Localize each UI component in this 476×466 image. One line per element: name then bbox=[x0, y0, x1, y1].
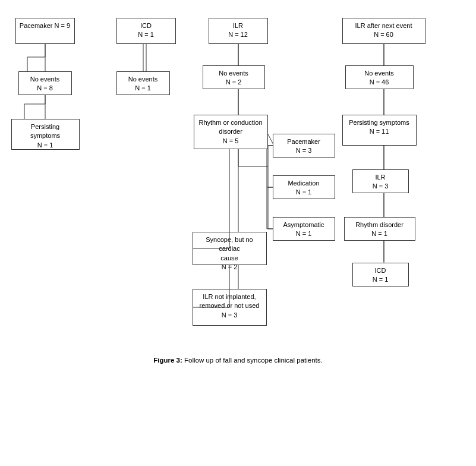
ilr-not-implanted-label: ILR not implanted,removed or not usedN =… bbox=[200, 293, 260, 319]
caption-label: Figure 3: bbox=[153, 357, 184, 364]
ilar-icd-box: ICDN = 1 bbox=[352, 263, 409, 286]
ilar-rhythm-box: Rhythm disorderN = 1 bbox=[344, 217, 415, 241]
ilr-no-events-label: No eventsN = 2 bbox=[219, 70, 248, 86]
ilar-rhythm-label: Rhythm disorderN = 1 bbox=[355, 221, 404, 237]
pacemaker-top-label: Pacemaker N = 9 bbox=[20, 22, 70, 29]
ilr-syncope-box: Syncope, but no cardiaccauseN = 2 bbox=[193, 232, 267, 265]
ilar-persist-label: Persisting symptomsN = 11 bbox=[349, 119, 409, 135]
ilr-no-events-box: No eventsN = 2 bbox=[203, 65, 265, 89]
ilar-ilr-box: ILRN = 3 bbox=[352, 169, 409, 193]
ilr-not-implanted-box: ILR not implanted,removed or not usedN =… bbox=[193, 289, 267, 326]
pm-no-events-box: No eventsN = 8 bbox=[18, 71, 72, 95]
icd-top-box: ICDN = 1 bbox=[116, 18, 176, 44]
ilr-after-box: ILR after next eventN = 60 bbox=[342, 18, 425, 44]
ilr-rhythm-label: Rhythm or conductiondisorderN = 5 bbox=[199, 119, 263, 144]
rhythm-asymptomatic-box: AsymptomaticN = 1 bbox=[273, 217, 335, 241]
ilr-top-box: ILRN = 12 bbox=[209, 18, 268, 44]
ilr-after-label: ILR after next eventN = 60 bbox=[355, 22, 412, 38]
ilar-icd-label: ICDN = 1 bbox=[373, 267, 389, 283]
rhythm-pacemaker-box: PacemakerN = 3 bbox=[273, 134, 335, 158]
pm-persist-label: Persisting symptomsN = 1 bbox=[30, 123, 60, 149]
ilar-no-events-box: No eventsN = 46 bbox=[345, 65, 414, 89]
ilar-no-events-label: No eventsN = 46 bbox=[364, 70, 394, 86]
figure-caption: Figure 3: Follow up of fall and syncope … bbox=[153, 357, 322, 364]
pm-no-events-label: No eventsN = 8 bbox=[30, 75, 60, 92]
icd-top-label: ICDN = 1 bbox=[138, 22, 154, 38]
ilr-top-label: ILRN = 12 bbox=[228, 22, 248, 38]
icd-no-events-box: No eventsN = 1 bbox=[116, 71, 170, 95]
ilar-ilr-label: ILRN = 3 bbox=[373, 174, 389, 190]
icd-no-events-label: No eventsN = 1 bbox=[128, 75, 158, 92]
rhythm-asymptomatic-label: AsymptomaticN = 1 bbox=[283, 221, 324, 237]
ilr-syncope-label: Syncope, but no cardiaccauseN = 2 bbox=[206, 236, 253, 270]
rhythm-medication-box: MedicationN = 1 bbox=[273, 175, 335, 199]
ilar-persist-box: Persisting symptomsN = 11 bbox=[342, 115, 417, 146]
pacemaker-top-box: Pacemaker N = 9 bbox=[15, 18, 75, 44]
ilr-rhythm-box: Rhythm or conductiondisorderN = 5 bbox=[194, 115, 268, 149]
pm-persist-box: Persisting symptomsN = 1 bbox=[11, 119, 80, 150]
rhythm-pacemaker-label: PacemakerN = 3 bbox=[287, 138, 320, 154]
caption-text: Follow up of fall and syncope clinical p… bbox=[184, 357, 323, 364]
rhythm-medication-label: MedicationN = 1 bbox=[288, 180, 319, 196]
